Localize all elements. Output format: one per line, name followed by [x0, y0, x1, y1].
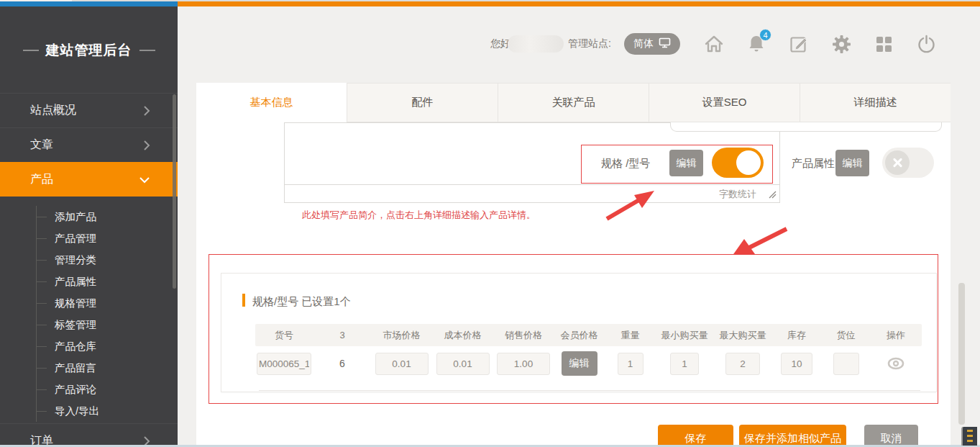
tab-2[interactable]: 关联产品 — [498, 83, 649, 122]
col-header: 货位 — [822, 329, 870, 342]
spec-toggle-label: 规格 /型号 — [601, 157, 650, 171]
sale-price-input[interactable] — [497, 353, 550, 375]
bell-icon[interactable]: 4 — [746, 34, 766, 54]
min-buy-input[interactable] — [670, 353, 699, 375]
col-header: 货号 — [255, 329, 313, 342]
col-header: 库存 — [771, 329, 822, 342]
cost-price-input[interactable] — [436, 353, 490, 375]
sidebar: 建站管理后台 站点概况文章产品 添加产品产品管理管理分类产品属性规格管理标签管理… — [0, 6, 178, 447]
topbar-orange-segment — [178, 1, 980, 6]
toggle-knob — [885, 150, 910, 175]
notification-badge: 4 — [759, 29, 771, 41]
grid-icon[interactable] — [874, 34, 894, 54]
spec-value: 6 — [339, 358, 345, 369]
gear-icon[interactable] — [831, 34, 851, 54]
tab-0[interactable]: 基本信息 — [196, 83, 347, 122]
sidebar-item-label: 产品 — [30, 172, 53, 187]
col-header: 市场价格 — [372, 329, 431, 342]
sidebar-subitem[interactable]: 标签管理 — [37, 314, 173, 335]
sidebar-subitem[interactable]: 产品评论 — [37, 379, 173, 400]
stock-input[interactable] — [781, 353, 812, 375]
sku-input[interactable] — [257, 353, 311, 375]
row-divider — [259, 390, 920, 391]
app-title-text: 建站管理后台 — [46, 41, 132, 60]
intro-hint-text: 此处填写产品简介，点击右上角详细描述输入产品详情。 — [302, 209, 536, 222]
col-header: 最小购买量 — [655, 329, 714, 342]
sidebar-subitem[interactable]: 产品属性 — [37, 271, 173, 292]
corner-widget — [961, 427, 977, 446]
tab-bar: 基本信息配件关联产品设置SEO详细描述 — [196, 83, 951, 122]
row-action-cell[interactable] — [870, 357, 922, 370]
sidebar-item-orders[interactable]: 订单 — [0, 423, 178, 447]
tab-3[interactable]: 设置SEO — [649, 83, 800, 122]
compose-icon[interactable] — [789, 34, 809, 54]
col-header: 3 — [313, 330, 372, 340]
save-button[interactable]: 保存 — [658, 425, 733, 447]
col-header: 会员价格 — [553, 329, 605, 342]
member-price-edit-button[interactable]: 编辑 — [562, 351, 597, 376]
monitor-icon — [659, 37, 671, 50]
sidebar-subitem[interactable]: 管理分类 — [37, 249, 173, 271]
attr-toggle-switch[interactable] — [882, 148, 934, 178]
word-count-label: 字数统计 — [719, 188, 756, 201]
sidebar-subitem[interactable]: 添加产品 — [37, 206, 173, 227]
spec-table-header: 货号3市场价格成本价格销售价格会员价格重量最小购买量最大购买量库存货位操作 — [255, 324, 922, 346]
tab-1[interactable]: 配件 — [347, 83, 498, 122]
sidebar-subitem[interactable]: 产品管理 — [37, 227, 173, 249]
sidebar-item-label: 文章 — [30, 137, 53, 153]
col-header: 成本价格 — [431, 329, 494, 342]
home-icon[interactable] — [704, 34, 724, 54]
spec-edit-button[interactable]: 编辑 — [669, 150, 703, 176]
language-button[interactable]: 简体 — [624, 33, 680, 55]
eye-icon[interactable] — [887, 357, 905, 370]
sidebar-submenu: 添加产品产品管理管理分类产品属性规格管理标签管理产品仓库产品留言产品评论导入/导… — [36, 206, 173, 422]
location-input[interactable] — [833, 353, 859, 375]
title-dash-right — [139, 50, 155, 51]
title-dash-left — [23, 50, 39, 51]
col-header: 销售价格 — [494, 329, 553, 342]
section-accent-bar — [242, 294, 245, 307]
max-buy-input[interactable] — [725, 353, 760, 375]
weight-input[interactable] — [618, 353, 644, 375]
language-label: 简体 — [633, 37, 654, 50]
spec-section-title: 规格/型号 已设置1个 — [252, 295, 351, 309]
market-price-input[interactable] — [375, 353, 429, 375]
sidebar-subitem[interactable]: 导入/导出 — [37, 400, 173, 422]
sidebar-item-0[interactable]: 站点概况 — [0, 93, 178, 127]
topbar-blue-segment — [0, 1, 178, 6]
chevron-right-icon — [143, 140, 150, 151]
resize-handle-icon[interactable] — [768, 190, 777, 201]
toggle-off-icon — [892, 157, 903, 168]
cancel-button[interactable]: 取消 — [864, 425, 918, 447]
page-scrollbar-thumb[interactable] — [958, 283, 965, 425]
tab-4[interactable]: 详细描述 — [800, 83, 951, 122]
word-count-bar: 字数统计 — [285, 185, 779, 203]
toggle-knob — [736, 150, 761, 175]
spec-table-row: 6 编辑 — [255, 351, 922, 376]
sidebar-item-1[interactable]: 文章 — [0, 127, 178, 162]
partial-input-bottom — [670, 122, 942, 132]
sidebar-scrollbar-thumb[interactable] — [173, 94, 176, 289]
save-and-add-similar-button[interactable]: 保存并添加相似产品 — [739, 425, 846, 447]
sidebar-subitem[interactable]: 产品留言 — [37, 357, 173, 379]
sidebar-item-2[interactable]: 产品 — [0, 162, 178, 197]
sidebar-subitem[interactable]: 产品仓库 — [37, 335, 173, 357]
power-icon[interactable] — [916, 34, 936, 54]
app-title: 建站管理后台 — [0, 41, 178, 60]
col-header: 最大购买量 — [714, 329, 771, 342]
attr-edit-button[interactable]: 编辑 — [835, 150, 869, 176]
attr-toggle-label: 产品属性 — [792, 157, 835, 171]
spec-toggle-switch[interactable] — [712, 148, 764, 178]
sidebar-item-label: 站点概况 — [30, 103, 76, 118]
chevron-right-icon — [143, 105, 150, 117]
censored-username — [508, 35, 564, 53]
sidebar-subitem[interactable]: 规格管理 — [37, 292, 173, 314]
col-header: 操作 — [870, 329, 922, 342]
chevron-down-icon — [139, 176, 150, 184]
admin-screen: 建站管理后台 站点概况文章产品 添加产品产品管理管理分类产品属性规格管理标签管理… — [0, 0, 980, 447]
manage-site-label: 管理站点: — [568, 37, 611, 50]
col-header: 重量 — [605, 329, 655, 342]
